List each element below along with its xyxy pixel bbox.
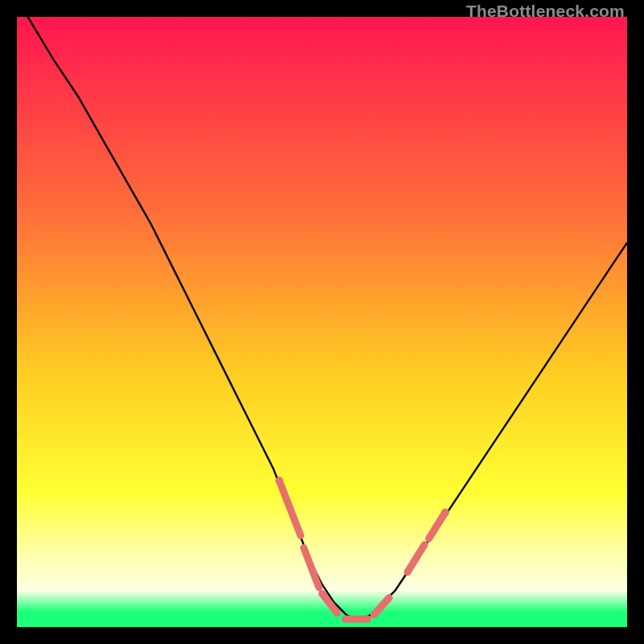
dash-endpoint bbox=[441, 509, 449, 517]
watermark-text: TheBottleneck.com bbox=[466, 2, 625, 21]
chart-svg bbox=[17, 17, 627, 627]
chart-frame bbox=[17, 17, 627, 627]
dash-endpoint bbox=[275, 477, 283, 485]
gradient-background bbox=[17, 17, 627, 627]
